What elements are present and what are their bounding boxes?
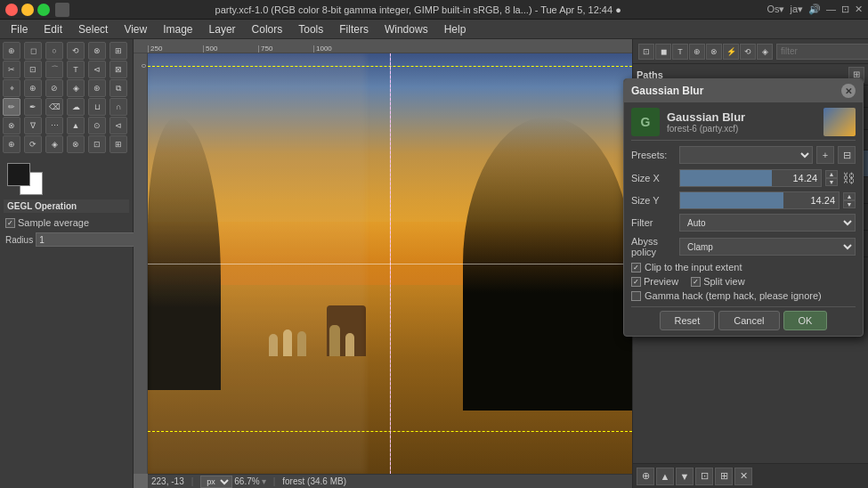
- presets-row: Presets: + ⊟: [631, 146, 856, 164]
- tool-convolve[interactable]: ⋯: [45, 117, 63, 134]
- delete-layer-btn[interactable]: ✕: [734, 468, 752, 485]
- sample-average-checkbox[interactable]: [5, 218, 15, 228]
- presets-menu-btn[interactable]: ⊟: [838, 146, 856, 164]
- tool-smudge[interactable]: ∇: [24, 117, 42, 134]
- panel-icon-8[interactable]: ◈: [757, 44, 773, 60]
- size-link[interactable]: ⛓: [841, 171, 856, 185]
- preview-checkbox[interactable]: [631, 277, 641, 287]
- size-y-spinners: ▲ ▼: [843, 192, 856, 208]
- size-y-spin-down[interactable]: ▼: [843, 200, 856, 208]
- close-icon[interactable]: [5, 4, 18, 16]
- size-y-slider[interactable]: 14.24: [679, 191, 840, 209]
- tool-paths[interactable]: ⌒: [45, 61, 63, 78]
- tool-foreground-select[interactable]: ⊡: [24, 61, 42, 78]
- new-layer-btn[interactable]: ⊕: [637, 468, 654, 485]
- menu-edit[interactable]: Edit: [37, 21, 69, 37]
- tool-blend[interactable]: ⟳: [24, 135, 42, 153]
- tool-ellipse-select[interactable]: ○: [45, 42, 63, 60]
- panel-icon-7[interactable]: ⟲: [740, 44, 756, 60]
- panel-icon-2[interactable]: ◼: [655, 44, 671, 60]
- menu-filters[interactable]: Filters: [332, 21, 376, 37]
- tool-zoom[interactable]: ⌖: [3, 79, 20, 97]
- menu-colors[interactable]: Colors: [245, 21, 290, 37]
- tool-dodge[interactable]: ▲: [67, 117, 85, 134]
- anchor-layer-btn[interactable]: ⊞: [715, 468, 733, 485]
- tool-lasso[interactable]: ⟲: [67, 42, 85, 60]
- tool-free-select[interactable]: ⊕: [3, 42, 20, 60]
- filter-type-select[interactable]: Auto IIR RLE: [679, 214, 856, 232]
- zoom-control[interactable]: px 66.7% ▾: [200, 476, 265, 488]
- os-info[interactable]: Os▾: [767, 4, 784, 15]
- tool-scissors[interactable]: ✂: [3, 61, 20, 78]
- gamma-checkbox[interactable]: [631, 291, 641, 301]
- split-view-checkbox[interactable]: [691, 277, 701, 287]
- tool-airbrush[interactable]: ☁: [67, 98, 85, 116]
- tool-cage[interactable]: ⊗: [67, 135, 85, 153]
- cancel-button[interactable]: Cancel: [718, 311, 779, 330]
- tool-rect-select[interactable]: ◻: [24, 42, 42, 60]
- tool-free-transform[interactable]: ◈: [45, 135, 63, 153]
- tool-paintbrush[interactable]: ✒: [24, 98, 42, 116]
- filter-input[interactable]: [776, 44, 868, 60]
- clip-input-label: Clip to the input extent: [645, 262, 742, 272]
- menu-view[interactable]: View: [117, 21, 154, 37]
- menu-select[interactable]: Select: [71, 21, 115, 37]
- abyss-select[interactable]: Clamp Loop Black White: [679, 238, 856, 256]
- tool-clone[interactable]: ⊗: [3, 117, 20, 134]
- menu-file[interactable]: File: [4, 21, 35, 37]
- panel-icon-6[interactable]: ⚡: [723, 44, 739, 60]
- tool-extra2[interactable]: ⊞: [110, 135, 127, 153]
- duplicate-layer-btn[interactable]: ⊡: [695, 468, 713, 485]
- tool-measure[interactable]: ⊠: [110, 61, 127, 78]
- menu-tools[interactable]: Tools: [291, 21, 330, 37]
- lower-layer-btn[interactable]: ▼: [676, 468, 694, 485]
- tool-text[interactable]: T: [67, 61, 85, 78]
- panel-icon-1[interactable]: ⊡: [638, 44, 654, 60]
- tool-ink[interactable]: ⊔: [88, 98, 106, 116]
- menu-image[interactable]: Image: [156, 21, 199, 37]
- tool-eraser[interactable]: ⌫: [45, 98, 63, 116]
- dialog-close-button[interactable]: ✕: [841, 84, 856, 98]
- size-y-spin-up[interactable]: ▲: [843, 192, 856, 200]
- clip-input-checkbox[interactable]: [631, 263, 641, 272]
- lang-info[interactable]: ja▾: [790, 4, 803, 15]
- menu-help[interactable]: Help: [437, 21, 474, 37]
- zoom-dropdown-icon[interactable]: ▾: [262, 476, 266, 486]
- tool-burn[interactable]: ⊙: [88, 117, 106, 134]
- menu-windows[interactable]: Windows: [377, 21, 435, 37]
- dialog-titlebar: Gaussian Blur ✕: [624, 79, 863, 102]
- panel-icon-4[interactable]: ⊕: [689, 44, 705, 60]
- tool-color-picker[interactable]: ⊲: [88, 61, 106, 78]
- fg-bg-colors[interactable]: [0, 156, 133, 196]
- size-x-spin-up[interactable]: ▲: [825, 170, 838, 178]
- tool-move[interactable]: ⊕: [24, 79, 42, 97]
- minimize-icon[interactable]: [21, 4, 34, 16]
- foreground-color[interactable]: [7, 163, 30, 186]
- tool-fuzzy-select[interactable]: ⊗: [88, 42, 106, 60]
- size-x-slider[interactable]: 14.24: [679, 169, 822, 187]
- tool-align[interactable]: ⊘: [45, 79, 63, 97]
- window-controls[interactable]: [5, 4, 50, 16]
- tool-bucket-fill[interactable]: ⊕: [3, 135, 20, 153]
- tool-warp[interactable]: ⊛: [88, 79, 106, 97]
- panel-icon-3[interactable]: T: [672, 44, 688, 60]
- presets-combo[interactable]: [679, 146, 813, 164]
- tool-3d-transform[interactable]: ⧉: [110, 79, 127, 97]
- raise-layer-btn[interactable]: ▲: [656, 468, 674, 485]
- tool-transform[interactable]: ◈: [67, 79, 85, 97]
- size-x-spin-down[interactable]: ▼: [825, 178, 838, 186]
- maximize-icon[interactable]: [37, 4, 50, 16]
- tool-extra1[interactable]: ⊡: [88, 135, 106, 153]
- tool-mypaint[interactable]: ∩: [110, 98, 127, 116]
- ok-button[interactable]: OK: [783, 311, 828, 330]
- presets-add-btn[interactable]: +: [816, 146, 834, 164]
- dialog-title: Gaussian Blur: [631, 85, 703, 97]
- unit-select[interactable]: px: [200, 476, 232, 488]
- menu-layer[interactable]: Layer: [202, 21, 243, 37]
- tool-pencil[interactable]: ✏: [3, 98, 20, 116]
- reset-button[interactable]: Reset: [660, 311, 716, 330]
- panel-icon-5[interactable]: ⊗: [706, 44, 722, 60]
- tool-select-by-color[interactable]: ⊞: [110, 42, 127, 60]
- tool-heal[interactable]: ⊲: [110, 117, 127, 134]
- canvas-content[interactable]: [148, 53, 632, 474]
